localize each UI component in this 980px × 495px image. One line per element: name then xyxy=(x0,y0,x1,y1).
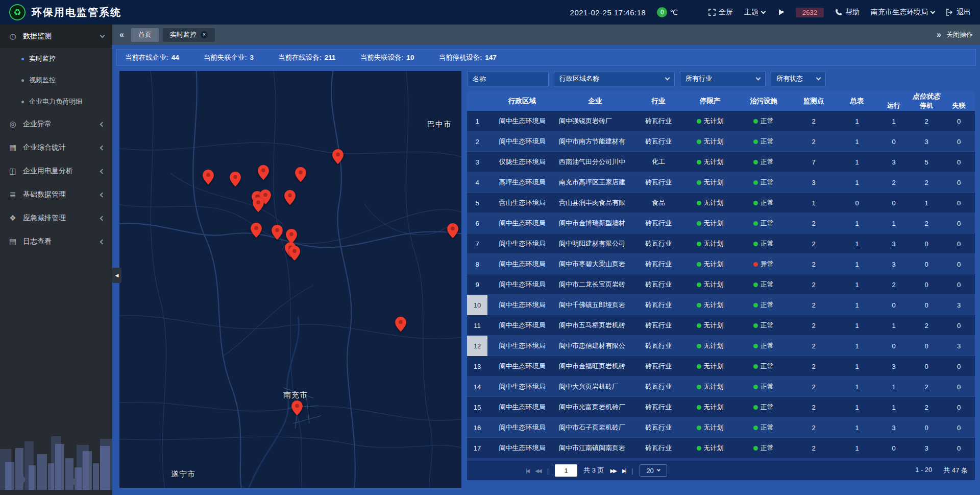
map-pin-icon[interactable] xyxy=(284,190,296,205)
status-filter-select[interactable]: 所有状态 xyxy=(771,71,826,86)
sidebar-item[interactable]: ◫企业用电量分析 xyxy=(0,159,112,183)
table-row[interactable]: 6阆中生态环境局阆中市金博瑞新型墙材砖瓦行业无计划正常21120 xyxy=(467,213,975,233)
map-panel[interactable]: 巴中市南充市遂宁市 xyxy=(119,71,461,488)
cell-meters: 1 xyxy=(837,424,877,432)
table-row[interactable]: 2阆中生态环境局阆中市南方节能建材有砖瓦行业无计划正常21030 xyxy=(467,131,975,152)
sidebar-subitem-label: 企业电力负荷明细 xyxy=(29,97,82,106)
last-page-button[interactable]: ▶| xyxy=(622,468,625,474)
bullet-icon xyxy=(21,58,24,60)
map-pin-icon[interactable] xyxy=(286,229,297,244)
panel-collapse-button[interactable]: ◀ xyxy=(112,268,121,283)
table-row[interactable]: 8阆中生态环境局阆中市枣碧大梁山页岩砖瓦行业无计划异常21300 xyxy=(467,254,975,274)
org-dropdown[interactable]: 南充市生态环境局 xyxy=(871,8,935,17)
table-row[interactable]: 13阆中生态环境局阆中市金福旺页岩机砖砖瓦行业无计划正常21300 xyxy=(467,356,975,376)
cell-points: 2 xyxy=(791,220,837,227)
table-row[interactable]: 3仪陇生态环境局西南油气田分公司川中化工无计划正常71350 xyxy=(467,152,975,172)
cell-points: 2 xyxy=(791,322,837,329)
cell-meters: 0 xyxy=(837,199,877,207)
prev-page-button[interactable]: ◀◀ xyxy=(535,468,541,474)
announcement-button[interactable] xyxy=(776,9,785,16)
table-row[interactable]: 1阆中生态环境局阆中强锐页岩砖厂砖瓦行业无计划正常21120 xyxy=(467,111,975,131)
table-row[interactable]: 12阆中生态环境局阆中市忠信建材有限公砖瓦行业无计划正常21003 xyxy=(467,336,975,356)
cell-run: 1 xyxy=(877,383,910,391)
theme-dropdown[interactable]: 主题 xyxy=(744,8,765,17)
industry-filter-select[interactable]: 所有行业 xyxy=(680,71,766,86)
notice-count-badge[interactable]: 2632 xyxy=(796,8,824,17)
sidebar-subitem[interactable]: 实时监控 xyxy=(0,48,112,69)
fullscreen-icon xyxy=(708,9,716,16)
close-operations-button[interactable]: 关闭操作 xyxy=(946,30,973,39)
table-row[interactable]: 9阆中生态环境局阆中市二龙长宝页岩砖砖瓦行业无计划正常21200 xyxy=(467,274,975,295)
table-row[interactable]: 16阆中生态环境局阆中市石子页岩机砖厂砖瓦行业无计划正常21300 xyxy=(467,417,975,438)
bullet-icon xyxy=(21,79,24,82)
logout-button[interactable]: 退出 xyxy=(946,8,971,17)
map-pin-icon[interactable] xyxy=(332,149,344,164)
cell-industry: 砖瓦行业 xyxy=(633,239,683,248)
map-pin-icon[interactable] xyxy=(447,223,458,238)
map-pin-icon[interactable] xyxy=(289,246,300,261)
table-row[interactable]: 15阆中生态环境局阆中市光富页岩机砖厂砖瓦行业无计划正常21120 xyxy=(467,397,975,417)
next-page-button[interactable]: ▶▶ xyxy=(610,468,616,474)
map-pin-icon[interactable] xyxy=(295,167,306,182)
map-pin-icon[interactable] xyxy=(253,197,264,212)
region-filter-select[interactable]: 行政区域名称 xyxy=(554,71,675,86)
table-row[interactable]: 4高坪生态环境局南充市高坪区王家店建砖瓦行业无计划正常31220 xyxy=(467,172,975,193)
name-filter-input[interactable] xyxy=(473,75,543,83)
map-pin-icon[interactable] xyxy=(291,400,303,415)
table-row[interactable]: 7阆中生态环境局阆中明阳建材有限公司砖瓦行业无计划正常21300 xyxy=(467,233,975,254)
table-row[interactable]: 11阆中生态环境局阆中市五马桥页岩机砖砖瓦行业无计划正常21120 xyxy=(467,315,975,336)
main-content: 当前在线企业:44当前失联企业:3当前在线设备:211当前失联设备:10当前停机… xyxy=(112,45,980,495)
status-dot-icon xyxy=(753,180,758,185)
page-number-input[interactable] xyxy=(555,464,577,477)
map-pin-icon[interactable] xyxy=(395,317,406,332)
cell-region: 阆中生态环境局 xyxy=(487,443,557,453)
status-dot-icon xyxy=(753,405,758,410)
cell-meters: 1 xyxy=(837,301,877,309)
sidebar-item[interactable]: ≣基础数据管理 xyxy=(0,183,112,206)
tab[interactable]: 首页 xyxy=(131,28,159,42)
tabs-scroll-left-button[interactable]: « xyxy=(119,30,124,39)
tab[interactable]: 实时监控× xyxy=(163,28,215,42)
col-header-run: 运行 xyxy=(877,101,910,111)
status-dot-icon xyxy=(753,282,758,287)
fullscreen-button[interactable]: 全屏 xyxy=(708,8,733,17)
sidebar-item[interactable]: ▦企业综合统计 xyxy=(0,136,112,159)
map-pin-icon[interactable] xyxy=(258,165,269,180)
help-button[interactable]: 帮助 xyxy=(835,8,860,17)
cell-company: 阆中明阳建材有限公司 xyxy=(557,239,633,248)
tabs-scroll-right-button[interactable]: » xyxy=(937,30,941,39)
status-dot-icon xyxy=(697,201,701,205)
cell-lost: 0 xyxy=(943,281,975,289)
sidebar-subitem[interactable]: 企业电力负荷明细 xyxy=(0,91,112,112)
table-row[interactable]: 17阆中生态环境局阆中市江南镇阆南页岩砖瓦行业无计划正常21030 xyxy=(467,438,975,458)
table-row[interactable]: 5营山生态环境局营山县润丰肉食品有限食品无计划正常10010 xyxy=(467,193,975,213)
map-pin-icon[interactable] xyxy=(230,172,241,186)
table-row[interactable]: 10阆中生态环境局阆中千佛镇五郎垭页岩砖瓦行业无计划正常21003 xyxy=(467,295,975,315)
status-dot-icon xyxy=(753,139,758,144)
cell-run: 1 xyxy=(877,117,910,125)
cell-company: 阆中市金福旺页岩机砖 xyxy=(557,362,633,371)
sidebar-item[interactable]: ◷数据监测 xyxy=(0,25,112,48)
col-header-lost: 失联 xyxy=(943,101,975,111)
page-size-select[interactable]: 20 xyxy=(640,464,667,477)
cell-run: 3 xyxy=(877,261,910,268)
cell-index: 11 xyxy=(467,315,487,336)
map-pin-icon[interactable] xyxy=(272,225,283,240)
sidebar-item[interactable]: ▤日志查看 xyxy=(0,230,112,253)
status-dot-icon xyxy=(753,446,758,451)
close-icon[interactable]: × xyxy=(201,31,208,38)
sidebar-subitem[interactable]: 视频监控 xyxy=(0,69,112,91)
status-dot-icon xyxy=(753,119,758,124)
map-pin-icon[interactable] xyxy=(251,223,262,238)
cell-run: 0 xyxy=(877,301,910,309)
cell-lost: 0 xyxy=(943,220,975,227)
table-row[interactable]: 14阆中生态环境局阆中大兴页岩机砖厂砖瓦行业无计划正常21120 xyxy=(467,376,975,397)
cell-points: 2 xyxy=(791,342,837,350)
map-pin-icon[interactable] xyxy=(203,170,214,184)
first-page-button[interactable]: |◀ xyxy=(526,468,529,474)
sidebar-item[interactable]: ❖应急减排管理 xyxy=(0,206,112,230)
col-header-region: 行政区域 xyxy=(487,91,557,111)
sidebar-item[interactable]: ◎企业异常 xyxy=(0,112,112,136)
cell-lost: 3 xyxy=(943,301,975,309)
cell-limit: 无计划 xyxy=(683,321,737,330)
